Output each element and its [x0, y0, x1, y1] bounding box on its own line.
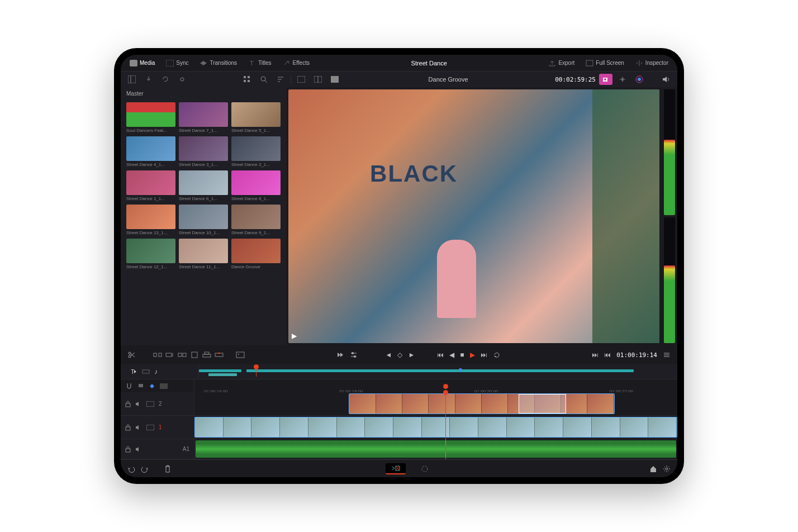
closeup-icon[interactable] [190, 351, 199, 359]
picture-icon[interactable] [236, 351, 245, 359]
snap-icon[interactable] [125, 382, 133, 390]
source-overwrite-icon[interactable] [215, 351, 224, 359]
svg-rect-30 [192, 352, 197, 358]
ripple-icon[interactable] [178, 351, 187, 359]
search-icon[interactable] [257, 74, 270, 85]
transition-handle[interactable] [519, 394, 566, 414]
refresh-icon[interactable] [159, 74, 172, 85]
fullscreen-button[interactable]: Full Screen [581, 58, 629, 69]
loop-icon[interactable] [493, 351, 501, 359]
audio-toggle-icon[interactable] [135, 425, 142, 430]
range-icon[interactable] [142, 369, 150, 374]
viewer-mode1-icon[interactable] [294, 74, 308, 85]
import-icon[interactable] [142, 74, 155, 85]
effects-tab[interactable]: Effects [278, 58, 314, 69]
undo-icon[interactable] [127, 465, 135, 473]
next-marker-icon[interactable]: ► [408, 351, 415, 359]
track-a1[interactable]: A1 [121, 439, 677, 459]
clip-thumbnail[interactable]: Street Dance 6_1... [179, 170, 228, 201]
clip-thumbnail[interactable]: Street Dance 1_1... [126, 170, 175, 201]
clip-thumbnail[interactable]: Soul Dancers Feat... [126, 102, 175, 133]
speaker-icon[interactable] [659, 74, 673, 85]
go-end-icon[interactable]: ⏭ [481, 351, 487, 359]
video-clip[interactable] [194, 417, 677, 438]
track-v1[interactable]: 1 [121, 416, 677, 439]
color-wheel-icon[interactable] [633, 74, 646, 85]
svg-rect-8 [244, 80, 246, 82]
fast-play-icon[interactable] [336, 351, 344, 359]
camera-icon[interactable] [599, 74, 612, 85]
video-toggle-icon[interactable] [146, 401, 154, 407]
music-note-icon[interactable]: ♪ [154, 368, 158, 376]
svg-point-38 [352, 352, 354, 354]
sync-tab[interactable]: Sync [162, 58, 193, 69]
clip-thumbnail[interactable]: Street Dance 11_1... [179, 239, 228, 269]
clip-color-icon[interactable] [160, 383, 168, 389]
jump-next-icon[interactable]: ⏭ [592, 351, 598, 359]
sliders-icon[interactable] [350, 351, 358, 359]
lock-icon[interactable] [125, 424, 131, 431]
clip-thumbnail[interactable]: Street Dance 7_1... [179, 102, 228, 133]
clip-thumbnail[interactable]: Street Dance 13_1... [126, 205, 175, 235]
sort-icon[interactable] [274, 74, 287, 85]
clip-thumbnail[interactable]: Street Dance 4_1... [126, 136, 175, 167]
marker-dot-icon[interactable]: ◇ [397, 351, 402, 359]
flag-icon[interactable] [137, 383, 144, 390]
jump-prev-icon[interactable]: ⏮ [604, 351, 611, 359]
scissors-icon[interactable] [127, 351, 135, 359]
timeline-mode-icon[interactable]: T [130, 368, 137, 376]
clip-thumbnail[interactable]: Street Dance 10_1... [179, 205, 228, 235]
audio-toggle-icon[interactable] [135, 446, 142, 452]
clip-thumbnail[interactable]: Street Dance 5_1... [231, 102, 281, 133]
timeline-timecode[interactable]: 01:00:19:14 [616, 352, 657, 359]
clip-thumbnail[interactable]: Dance Groove [231, 239, 281, 269]
timeline-overview[interactable]: T ♪ [121, 364, 677, 379]
step-back-icon[interactable]: ◀ [449, 351, 454, 359]
stop-icon[interactable]: ■ [460, 351, 464, 359]
preview-viewport[interactable]: ▶ [288, 89, 659, 343]
folder-label[interactable]: Master [121, 87, 286, 100]
play-icon[interactable]: ▶ [470, 351, 475, 359]
lock-icon[interactable] [125, 401, 131, 407]
clip-thumbnail[interactable]: Street Dance 2_1... [231, 136, 281, 167]
marker-tool-icon[interactable] [149, 383, 155, 390]
clip-thumbnail[interactable]: Street Dance 3_1... [179, 136, 228, 167]
inspector-button[interactable]: Inspector [631, 58, 673, 69]
viewer-mode3-icon[interactable] [328, 74, 341, 85]
effects-icon[interactable] [616, 74, 629, 85]
clip-thumbnail[interactable]: Street Dance 8_1... [231, 170, 281, 201]
home-icon[interactable] [649, 465, 657, 473]
clip-label: Street Dance 11_1... [179, 264, 228, 269]
link-icon[interactable] [175, 74, 189, 85]
hamburger-icon[interactable] [663, 351, 671, 359]
audio-clip[interactable] [196, 440, 676, 458]
audio-toggle-icon[interactable] [135, 401, 142, 407]
loading-icon[interactable] [415, 463, 435, 474]
redo-icon[interactable] [141, 465, 149, 473]
transitions-tab[interactable]: Transitions [195, 58, 241, 69]
viewer-mode2-icon[interactable] [311, 74, 325, 85]
export-button[interactable]: Export [544, 58, 579, 69]
append-icon[interactable] [165, 351, 174, 359]
play-indicator-icon[interactable]: ▶ [292, 332, 297, 340]
settings-icon[interactable] [663, 465, 671, 473]
titles-tab[interactable]: TTitles [244, 58, 276, 69]
trash-icon[interactable] [164, 465, 171, 473]
place-on-top-icon[interactable] [202, 351, 211, 359]
go-start-icon[interactable]: ⏮ [437, 351, 444, 359]
lock-icon[interactable] [125, 446, 131, 453]
video-toggle-icon[interactable] [146, 425, 154, 430]
media-tab[interactable]: Media [125, 58, 159, 69]
clip-thumbnail[interactable]: Street Dance 9_1... [231, 205, 281, 235]
prev-marker-icon[interactable]: ◄ [386, 351, 392, 359]
timeline-ruler[interactable]: 01:00:16:0001:00:18:0001:00:20:0001:00:2… [121, 379, 677, 392]
panel-layout-icon[interactable] [125, 74, 139, 85]
clip-label: Soul Dancers Feat... [126, 128, 175, 133]
cut-page-icon[interactable] [386, 463, 406, 474]
track-v2[interactable]: 2 [121, 392, 677, 416]
smart-insert-icon[interactable] [153, 351, 162, 359]
clip-timecode[interactable]: 00:02:59:25 [555, 76, 596, 83]
thumbnail-grid-icon[interactable] [240, 74, 254, 85]
clip-thumbnail[interactable]: Street Dance 12_1... [126, 239, 175, 269]
video-clip[interactable] [349, 393, 614, 414]
